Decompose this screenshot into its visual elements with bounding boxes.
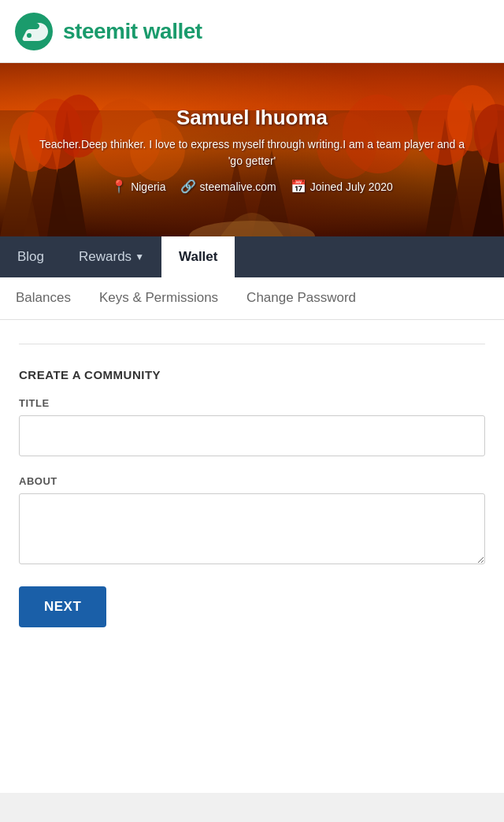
profile-joined: 📅 Joined July 2020	[291, 179, 393, 194]
svg-point-1	[27, 33, 32, 38]
section-title: CREATE A COMMUNITY	[19, 368, 485, 381]
header: steemit wallet	[0, 0, 504, 63]
tabs-bar: Balances Keys & Permissions Change Passw…	[0, 277, 504, 320]
location-icon: 📍	[111, 179, 127, 194]
title-label: TITLE	[19, 397, 485, 409]
website-text: steemalive.com	[200, 180, 276, 193]
tab-balances[interactable]: Balances	[16, 277, 85, 319]
profile-location: 📍 Nigeria	[111, 179, 165, 194]
logo-text: steemit wallet	[63, 19, 202, 44]
location-text: Nigeria	[131, 180, 165, 193]
nav-rewards[interactable]: Rewards ▼	[61, 236, 161, 277]
next-button[interactable]: NEXT	[19, 586, 106, 627]
rewards-dropdown-arrow: ▼	[135, 251, 144, 262]
about-label: ABOUT	[19, 475, 485, 487]
main-content: CREATE A COMMUNITY TITLE ABOUT NEXT	[0, 320, 504, 793]
profile-meta: 📍 Nigeria 🔗 steemalive.com 📅 Joined July…	[32, 179, 472, 194]
banner-content: Samuel Ihuoma Teacher.Deep thinker. I lo…	[16, 98, 488, 202]
joined-text: Joined July 2020	[310, 180, 393, 193]
tab-keys-permissions[interactable]: Keys & Permissions	[85, 277, 232, 319]
link-icon: 🔗	[180, 179, 196, 194]
divider	[19, 344, 485, 344]
profile-website[interactable]: 🔗 steemalive.com	[180, 179, 276, 194]
title-field-group: TITLE	[19, 397, 485, 456]
steemit-logo-icon	[14, 12, 54, 51]
navbar: Blog Rewards ▼ Wallet	[0, 236, 504, 277]
profile-name: Samuel Ihuoma	[32, 106, 472, 130]
about-textarea[interactable]	[19, 493, 485, 564]
profile-banner: Samuel Ihuoma Teacher.Deep thinker. I lo…	[0, 63, 504, 236]
about-field-group: ABOUT	[19, 475, 485, 567]
calendar-icon: 📅	[291, 179, 306, 194]
title-input[interactable]	[19, 415, 485, 456]
nav-blog[interactable]: Blog	[0, 236, 61, 277]
profile-bio: Teacher.Deep thinker. I love to express …	[32, 136, 472, 169]
tab-change-password[interactable]: Change Password	[232, 277, 370, 319]
nav-wallet[interactable]: Wallet	[161, 236, 235, 277]
